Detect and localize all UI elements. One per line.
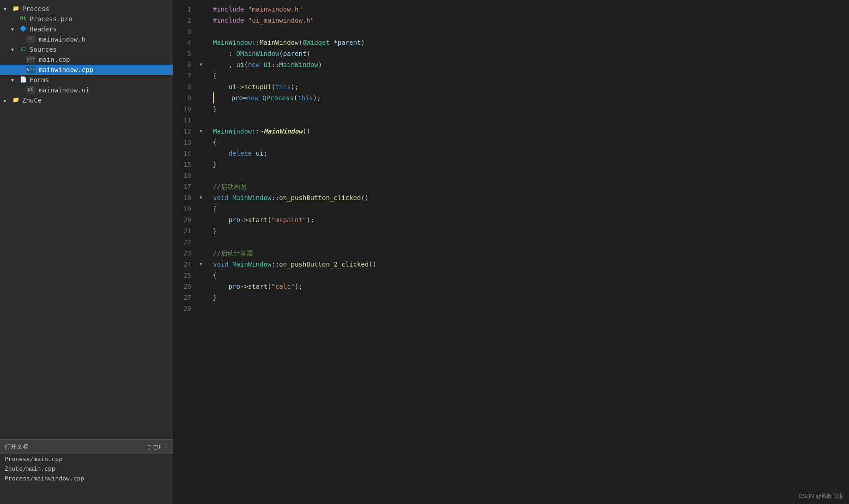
fold-marker[interactable]: ▼ [197,259,205,270]
code-line-5: : QMainWindow(parent) [213,48,842,59]
code-content[interactable]: #include "mainwindow.h" #include "ui_mai… [206,4,849,500]
fold-marker[interactable]: ▼ [197,192,205,203]
folder-icon: 📁 [11,97,20,104]
tree-arrow: ▼ [11,47,18,52]
code-line-2: #include "ui_mainwindow.h" [213,15,842,26]
fold-marker[interactable]: ▼ [197,59,205,70]
tree-item-mainwindow-cpp[interactable]: c++ mainwindow.cpp [0,65,173,75]
headers-icon: 🔷 [18,25,28,33]
fold-marker [197,281,205,292]
code-line-10: } [213,103,842,115]
fold-marker [197,15,205,26]
code-line-18: void MainWindow::on_pushButton_clicked() [213,192,842,203]
tree-label: mainwindow.cpp [39,66,93,73]
line-num: 23 [181,248,191,259]
fold-marker [197,214,205,225]
tree-item-zhuce[interactable]: ▶ 📁 ZhuCe [0,95,173,105]
fold-marker [197,92,205,103]
tree-item-process-pro[interactable]: Qt Process.pro [0,14,173,24]
fold-marker [197,148,205,159]
fold-marker [197,237,205,248]
code-line-15: } [213,159,842,170]
sidebar: ▼ 📁 Process Qt Process.pro ▼ 🔷 Headers [0,0,173,504]
line-num: 3 [181,26,191,37]
code-line-8: ui->setupUi(this); [213,81,842,92]
open-docs-list: Process/main.cpp ZhuCe/main.cpp Process/… [0,454,173,504]
line-num: 18 [181,192,191,203]
line-num: 14 [181,148,191,159]
line-num: 26 [181,281,191,292]
open-doc-item[interactable]: ZhuCe/main.cpp [0,464,173,474]
tree-arrow: ▼ [4,6,11,12]
code-line-21: } [213,225,842,237]
code-line-24: void MainWindow::on_pushButton_2_clicked… [213,259,842,270]
bottom-panel: 打开文档 ⬚ □+ − Process/main.cpp ZhuCe/main.… [0,439,173,504]
line-num: 5 [181,48,191,59]
tree-label: Process.pro [30,15,73,23]
fold-marker [197,181,205,192]
fold-marker [197,81,205,92]
tree-item-sources[interactable]: ▼ ⬡ Sources [0,44,173,55]
code-line-28 [213,303,842,314]
tree-item-forms[interactable]: ▼ 📄 Forms [0,75,173,85]
code-line-1: #include "mainwindow.h" [213,4,842,15]
add-icon[interactable]: □+ [154,443,162,450]
line-num: 9 [181,92,191,103]
fold-marker[interactable]: ▼ [197,126,205,137]
tree-item-headers[interactable]: ▼ 🔷 Headers [0,24,173,34]
line-num: 28 [181,303,191,314]
line-num: 4 [181,37,191,48]
minimize-icon[interactable]: − [164,443,168,450]
line-num: 16 [181,170,191,181]
line-numbers: 1 2 3 4 5 6 7 8 9 10 11 12 13 14 15 16 1… [173,4,196,500]
fold-column: ▼ ▼ ▼ ▼ [196,4,206,500]
code-line-25: { [213,270,842,281]
line-num: 13 [181,137,191,148]
open-doc-item[interactable]: Process/mainwindow.cpp [0,474,173,483]
line-num: 11 [181,115,191,126]
tree-item-mainwindow-ui[interactable]: ui mainwindow.ui [0,85,173,95]
ui-icon: ui [26,86,35,94]
pro-icon: Qt [18,15,28,23]
tree-label: mainwindow.ui [39,86,90,94]
line-num: 25 [181,270,191,281]
line-num: 10 [181,103,191,115]
fold-marker [197,225,205,237]
fold-marker [197,4,205,15]
file-tree: ▼ 📁 Process Qt Process.pro ▼ 🔷 Headers [0,0,173,439]
open-doc-item[interactable]: Process/main.cpp [0,454,173,464]
line-num: 15 [181,159,191,170]
folder-icon: 📁 [11,5,20,12]
line-num: 6 [181,59,191,70]
code-line-7: { [213,70,842,81]
code-line-27: } [213,292,842,303]
code-line-26: pro->start("calc"); [213,281,842,292]
line-num: 20 [181,214,191,225]
fold-marker [197,103,205,115]
code-line-23: //启动计算器 [213,248,842,259]
code-line-14: delete ui; [213,148,842,159]
fold-marker [197,159,205,170]
tree-item-process[interactable]: ▼ 📁 Process [0,4,173,14]
tree-item-mainwindow-h[interactable]: h mainwindow.h [0,34,173,44]
fold-marker [197,37,205,48]
bottom-header: 打开文档 ⬚ □+ − [0,440,173,454]
fold-marker [197,292,205,303]
fold-marker [197,203,205,214]
tree-label: main.cpp [39,56,70,63]
tree-label: Sources [30,46,57,53]
code-line-11 [213,115,842,126]
code-line-13: { [213,137,842,148]
split-icon[interactable]: ⬚ [147,443,151,450]
tree-arrow: ▼ [11,27,18,32]
tree-item-main-cpp[interactable]: c++ main.cpp [0,55,173,65]
bottom-header-left: 打开文档 [5,443,29,451]
line-num: 8 [181,81,191,92]
code-line-12: MainWindow::~MainWindow() [213,126,842,137]
tree-label: mainwindow.h [39,36,85,43]
tree-label: ZhuCe [22,97,42,104]
line-num: 22 [181,237,191,248]
bottom-header-icons: ⬚ □+ − [147,443,168,450]
fold-marker [197,270,205,281]
forms-icon: 📄 [18,76,28,84]
